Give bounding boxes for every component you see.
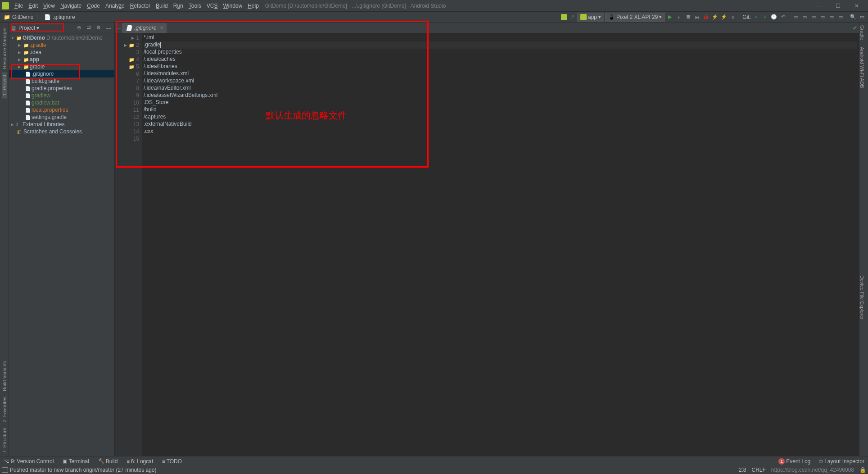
menu-window[interactable]: Window [220, 2, 245, 10]
git-update-button[interactable]: ✓ [752, 13, 760, 21]
sdk-button[interactable]: ▭ [800, 13, 809, 21]
android-icon [561, 14, 567, 20]
git-history-button[interactable]: 🕐 [770, 13, 778, 21]
apply-code-button[interactable]: ⚡ [720, 13, 728, 21]
settings-icon[interactable]: ⚙ [95, 24, 103, 32]
menu-analyze[interactable]: Analyze [103, 2, 127, 10]
code-line[interactable]: /.idea/caches [144, 56, 857, 63]
minimize-button[interactable]: — [809, 1, 828, 11]
menu-edit[interactable]: Edit [26, 2, 41, 10]
version-control-tool[interactable]: ⌥ 9: Version Control [2, 458, 55, 465]
structure-tool[interactable]: 7: Structure [2, 425, 7, 456]
attach-button[interactable]: 🐞 [702, 13, 710, 21]
menu-file[interactable]: File [12, 2, 26, 10]
tree-settings-gradle[interactable]: 📄settings.gradle [9, 114, 114, 121]
code-line[interactable]: /.idea/workspace.xml [144, 77, 857, 85]
tree-build-gradle[interactable]: 📄build.gradle [9, 77, 114, 85]
coverage-button[interactable]: ≣ [684, 13, 692, 21]
tb-icon-1[interactable]: ▭ [809, 13, 818, 21]
logcat-tool[interactable]: ≡ 6: Logcat [125, 458, 155, 465]
avd-button[interactable]: ▭ [791, 13, 800, 21]
search-button[interactable]: 🔍 [849, 13, 857, 21]
tree-gradle-dir[interactable]: ▶📁.gradle [9, 41, 114, 49]
tree-gitignore[interactable]: 📄.gitignore [9, 70, 114, 77]
menu-code[interactable]: Code [84, 2, 103, 10]
code-line[interactable]: /.idea/navEditor.xml [144, 85, 857, 92]
line-separator[interactable]: CRLF [752, 467, 766, 473]
close-button[interactable]: ✕ [847, 1, 866, 11]
terminal-tool[interactable]: ▣ Terminal [61, 458, 90, 465]
code-line[interactable]: /captures [144, 114, 857, 121]
hide-icon[interactable]: — [104, 24, 113, 32]
code-line[interactable]: /.idea/modules.xml [144, 70, 857, 77]
favorites-tool[interactable]: 2: Favorites [2, 394, 7, 425]
apply-changes-button[interactable]: ⚡ [711, 13, 719, 21]
code-line[interactable] [144, 135, 857, 142]
code-line[interactable]: /.idea/assetWizardSettings.xml [144, 92, 857, 99]
menu-view[interactable]: View [41, 2, 58, 10]
layout-inspector-tool[interactable]: ▭ Layout Inspector [817, 458, 866, 465]
resource-manager-tool[interactable]: Resource Manager [2, 24, 7, 72]
project-tree[interactable]: ▼📁GitDemo D:\automobile\GitDemo ▶📁.gradl… [9, 33, 114, 456]
menu-help[interactable]: Help [245, 2, 262, 10]
run-button[interactable]: ▶ [666, 13, 674, 21]
menu-build[interactable]: Build [153, 2, 171, 10]
code-line[interactable]: .gradle [144, 41, 857, 49]
code-line[interactable]: .externalNativeBuild [144, 121, 857, 128]
device-explorer-tool[interactable]: Device File Explorer [859, 273, 865, 322]
lock-icon[interactable]: 🔒 [859, 467, 866, 473]
code-line[interactable]: *.iml [144, 34, 857, 41]
project-view-selector[interactable]: Project ▾ [16, 24, 42, 32]
code-line[interactable]: /build [144, 106, 857, 114]
tb-icon-2[interactable]: ▭ [818, 13, 827, 21]
device-selector[interactable]: 📱 Pixel 2 XL API 29 ▾ [605, 13, 665, 22]
git-rollback-button[interactable]: ↶ [779, 13, 787, 21]
build-tool[interactable]: 🔨 Build [96, 458, 120, 465]
project-tool[interactable]: 1: Project [2, 72, 7, 98]
locate-icon[interactable]: ⊕ [75, 24, 83, 32]
tree-app[interactable]: ▶📁app [9, 56, 114, 63]
run-config-selector[interactable]: app ▾ [577, 13, 604, 22]
git-commit-button[interactable]: ✓ [761, 13, 769, 21]
sync-icon[interactable]: ↗ [568, 13, 576, 21]
tree-gradlew-bat[interactable]: 📄gradlew.bat [9, 99, 114, 106]
profile-button[interactable]: ⏮ [693, 13, 701, 21]
event-log-tool[interactable]: 1Event Log [777, 458, 812, 465]
close-tab-icon[interactable]: × [160, 25, 163, 31]
tree-gradle[interactable]: ▶📁gradle [9, 63, 114, 70]
tree-gradle-properties[interactable]: 📄gradle.properties [9, 85, 114, 92]
breadcrumb-file[interactable]: .gitignore [53, 14, 75, 20]
tree-root[interactable]: ▼📁GitDemo D:\automobile\GitDemo [9, 34, 114, 41]
build-variants-tool[interactable]: Build Variants [2, 358, 7, 394]
menu-run[interactable]: Run [171, 2, 186, 10]
editor-content[interactable]: *.iml.gradle/local.properties/.idea/cach… [142, 33, 859, 456]
tb-icon-4[interactable]: ▭ [836, 13, 845, 21]
menu-navigate[interactable]: Navigate [58, 2, 84, 10]
settings-button[interactable]: ▭ [858, 13, 866, 21]
gradle-tool[interactable]: Gradle [859, 23, 865, 43]
tree-local-properties[interactable]: 📄local.properties [9, 106, 114, 114]
tb-icon-3[interactable]: ▭ [827, 13, 836, 21]
todo-tool[interactable]: ≡ TODO [160, 458, 184, 465]
notifications-icon[interactable] [2, 467, 8, 473]
menu-vcs[interactable]: VCS [204, 2, 221, 10]
code-line[interactable]: .DS_Store [144, 99, 857, 106]
stop-button[interactable]: ■ [729, 13, 737, 21]
debug-button[interactable]: ⏵ [675, 13, 683, 21]
code-line[interactable]: .cxx [144, 128, 857, 135]
code-line[interactable]: /.idea/libraries [144, 63, 857, 70]
editor-tab-gitignore[interactable]: 📄 .gitignore × [122, 23, 167, 33]
breadcrumb-root[interactable]: GitDemo [12, 14, 33, 20]
tree-idea-dir[interactable]: ▶📁.idea [9, 49, 114, 56]
menu-tools[interactable]: Tools [186, 2, 204, 10]
breadcrumb[interactable]: 📁 GitDemo 〉 📄 .gitignore [2, 13, 77, 21]
tree-gradlew[interactable]: 📄gradlew [9, 92, 114, 99]
tree-scratches[interactable]: ◧Scratches and Consoles [9, 128, 114, 135]
code-line[interactable]: /local.properties [144, 49, 857, 56]
collapse-icon[interactable]: ⇄ [85, 24, 93, 32]
tree-external-libs[interactable]: ▶⫴External Libraries [9, 121, 114, 128]
maximize-button[interactable]: ☐ [828, 1, 847, 11]
collapse-panel-icon[interactable]: — [115, 25, 122, 31]
menu-refactor[interactable]: Refactor [127, 2, 153, 10]
android-adb-tool[interactable]: Android Wi-Fi ADB [859, 44, 865, 91]
